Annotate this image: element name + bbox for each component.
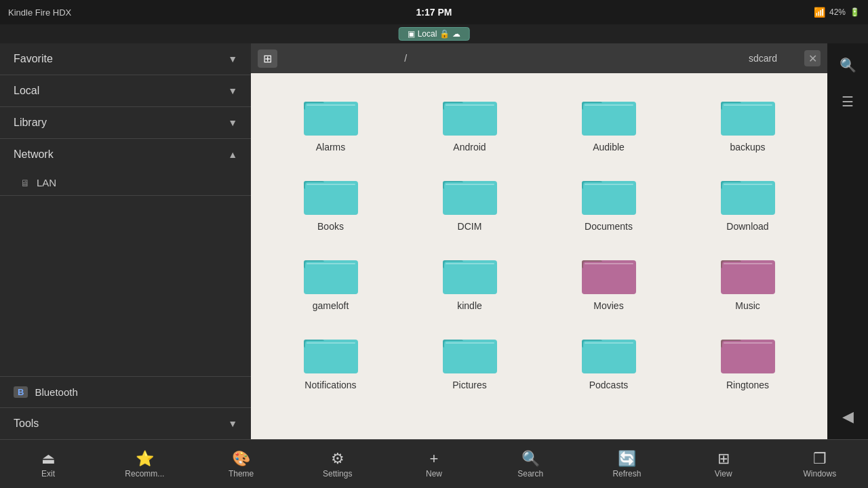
search-icon: 🔍 [521, 450, 540, 468]
svg-rect-33 [583, 182, 635, 214]
main-content: ⊞ / sdcard ✕ Alarms Android A [251, 43, 827, 439]
svg-rect-34 [585, 184, 633, 185]
folder-item-ringtones[interactable]: Ringtones [682, 325, 814, 397]
toolbar-item-theme[interactable]: 🎨Theme [218, 446, 265, 483]
folder-label: Music [735, 300, 760, 311]
folder-item-backups[interactable]: backups [682, 87, 814, 159]
folder-label: Podcasts [589, 380, 629, 390]
sidebar-library-label: Library [14, 117, 47, 129]
folder-grid: Alarms Android Audible backups [251, 73, 827, 411]
svg-rect-53 [583, 262, 635, 293]
folder-label: Movies [593, 300, 623, 311]
folder-icon [304, 252, 358, 296]
toolbar-item-exit[interactable]: ⏏Exit [24, 446, 72, 483]
view-label: View [715, 469, 732, 479]
sidebar-section-favorite: Favorite ▼ [0, 43, 251, 75]
folder-item-download[interactable]: Download [682, 166, 814, 239]
settings-label: Settings [323, 469, 352, 479]
fm-sdcard: sdcard [534, 53, 778, 64]
folder-item-alarms[interactable]: Alarms [264, 87, 397, 159]
folder-label: gameloft [313, 300, 349, 311]
svg-rect-8 [444, 103, 496, 134]
svg-rect-73 [583, 341, 635, 372]
folder-item-dcim[interactable]: DCIM [403, 166, 536, 239]
svg-rect-63 [305, 341, 357, 372]
fm-close-button[interactable]: ✕ [804, 50, 821, 66]
lan-icon: 🖥 [20, 178, 30, 188]
windows-icon: ❒ [813, 450, 827, 468]
fm-grid-icon[interactable]: ⊞ [258, 49, 277, 68]
sidebar-item-network[interactable]: Network ▲ [0, 139, 251, 170]
back-arrow-icon[interactable]: ◀ [842, 408, 854, 426]
fm-path: / [284, 53, 528, 64]
folder-label: Audible [593, 142, 625, 152]
local-icon: ▣ [408, 29, 415, 39]
folder-item-notifications[interactable]: Notifications [264, 325, 397, 397]
theme-icon: 🎨 [232, 450, 250, 468]
folder-item-gameloft[interactable]: gameloft [264, 245, 397, 318]
new-label: New [426, 469, 442, 479]
sidebar-tools-label: Tools [14, 418, 39, 430]
list-icon[interactable]: ☰ [842, 94, 854, 110]
sidebar-item-favorite[interactable]: Favorite ▼ [0, 43, 251, 75]
clock: 1:17 PM [416, 7, 452, 18]
sidebar-item-tools[interactable]: Tools ▼ [0, 407, 251, 439]
folder-item-android[interactable]: Android [403, 87, 536, 159]
svg-rect-38 [722, 182, 774, 214]
sidebar-local-label: Local [14, 85, 39, 97]
sidebar-section-library: Library ▼ [0, 107, 251, 139]
folder-icon [443, 252, 497, 296]
sidebar-item-library[interactable]: Library ▼ [0, 107, 251, 138]
folder-label: DCIM [458, 221, 482, 232]
sidebar-section-network: Network ▲ 🖥 LAN [0, 139, 251, 196]
svg-rect-49 [446, 263, 494, 264]
svg-rect-3 [305, 103, 357, 134]
search-icon[interactable]: 🔍 [840, 57, 856, 73]
svg-rect-13 [583, 103, 635, 134]
folder-item-kindle[interactable]: kindle [403, 245, 536, 318]
folder-icon [443, 331, 497, 375]
folder-item-music[interactable]: Music [682, 245, 814, 318]
toolbar-item-settings[interactable]: ⚙Settings [314, 446, 361, 483]
svg-rect-39 [724, 184, 772, 185]
svg-rect-24 [307, 184, 355, 185]
recommend-icon: ⭐ [136, 450, 154, 468]
svg-rect-19 [724, 104, 772, 106]
sidebar-item-local[interactable]: Local ▼ [0, 75, 251, 106]
chevron-up-icon: ▲ [228, 149, 237, 160]
folder-item-movies[interactable]: Movies [542, 245, 675, 318]
folder-icon [721, 252, 775, 296]
right-sidebar: 🔍 ☰ ◀ [827, 43, 868, 439]
bluetooth-icon: B [14, 386, 28, 398]
folder-item-documents[interactable]: Documents [542, 166, 675, 239]
svg-rect-74 [585, 342, 633, 344]
exit-icon: ⏏ [41, 450, 56, 468]
settings-icon: ⚙ [331, 450, 344, 468]
folder-item-books[interactable]: Books [264, 166, 397, 239]
toolbar-item-recommend[interactable]: ⭐Recomm... [121, 446, 168, 483]
toolbar-item-view[interactable]: ⊞View [700, 446, 747, 483]
toolbar-item-windows[interactable]: ❒Windows [796, 446, 844, 483]
local-button[interactable]: ▣ Local 🔒 ☁ [399, 27, 470, 41]
svg-rect-23 [305, 182, 357, 214]
status-icons: 📶 42% 🔋 [814, 7, 860, 18]
toolbar-item-search[interactable]: 🔍Search [507, 446, 554, 483]
folder-item-podcasts[interactable]: Podcasts [542, 325, 675, 397]
sidebar-favorite-label: Favorite [14, 53, 53, 65]
toolbar-item-refresh[interactable]: 🔄Refresh [603, 446, 650, 483]
svg-rect-58 [722, 262, 774, 293]
folder-icon [582, 173, 636, 217]
folder-item-audible[interactable]: Audible [542, 87, 675, 159]
folder-icon [304, 173, 358, 217]
folder-icon [304, 94, 358, 138]
theme-label: Theme [229, 469, 254, 479]
sidebar-item-lan[interactable]: 🖥 LAN [0, 170, 251, 195]
local-label: Local [418, 29, 437, 39]
chevron-down-icon: ▼ [228, 54, 237, 64]
chevron-down-icon: ▼ [228, 418, 237, 429]
toolbar-item-new[interactable]: +New [410, 446, 458, 483]
folder-label: backups [730, 142, 765, 152]
battery-level: 42% [829, 7, 846, 17]
folder-item-pictures[interactable]: Pictures [403, 325, 536, 397]
sidebar-item-bluetooth[interactable]: B Bluetooth [0, 376, 251, 407]
